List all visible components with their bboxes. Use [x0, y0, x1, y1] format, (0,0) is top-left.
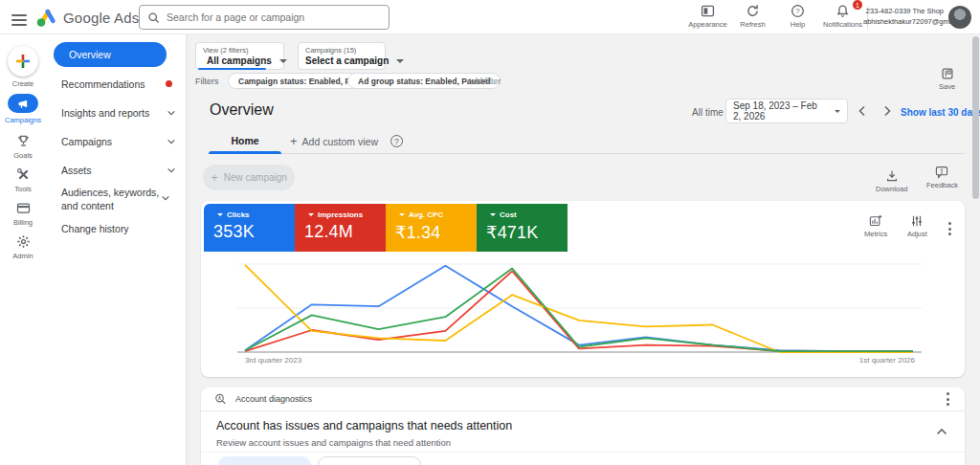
recommendations-alert-dot [166, 80, 172, 87]
sidebar-item-campaigns[interactable]: Campaigns [0, 94, 46, 124]
x-axis-label-end: 1st quarter 2026 [859, 356, 915, 365]
search-input[interactable] [167, 11, 368, 23]
notification-badge: 1 [852, 0, 863, 11]
subnav-item-recommendations[interactable]: Recommendations [61, 78, 174, 91]
subnav-item-change-history[interactable]: Change history [61, 222, 174, 235]
subnav-item-overview[interactable]: Overview [54, 42, 167, 67]
search-icon [147, 11, 160, 24]
next-period-chevron-icon[interactable] [882, 105, 892, 117]
topbar-actions: Appearance Refresh ? Help 1 Notification… [685, 4, 865, 29]
scorecard-cost-value: ₹471K [486, 222, 568, 243]
scorecards: Clicks 353K Impressions 12.4M Avg. CPC ₹… [204, 204, 568, 252]
google-ads-logo-icon [36, 6, 59, 29]
chevron-down-icon [167, 166, 176, 175]
date-range-picker[interactable]: Sep 18, 2023 – Feb 2, 2026 [725, 99, 848, 123]
active-tab-underline [209, 151, 281, 154]
help-icon: ? [791, 4, 805, 18]
diagnostics-header: Account diagnostics [201, 388, 965, 411]
filters-label: Filters [195, 77, 219, 86]
account-diagnostics-card: Account diagnostics Account has issues a… [201, 388, 965, 465]
tab-home[interactable]: Home [209, 135, 281, 146]
tab-add-custom-view[interactable]: + Add custom view ? [290, 135, 403, 147]
diagnostics-filter-chip-active[interactable] [218, 456, 311, 465]
help-button[interactable]: ? Help [775, 4, 820, 29]
overview-chart[interactable] [237, 256, 926, 356]
chevron-down-icon [167, 108, 176, 118]
app-title: Google Ads [63, 10, 140, 26]
feedback-button[interactable]: Feedback [926, 166, 958, 189]
scorecard-avg-cpc[interactable]: Avg. CPC ₹1.34 [386, 204, 477, 252]
add-filter-button[interactable]: Add filter [467, 77, 501, 86]
sidebar-item-admin[interactable]: Admin [0, 234, 46, 260]
account-info[interactable]: 233-482-0339 The Shop abhishekthakur7209… [863, 7, 944, 28]
active-view-underline [198, 68, 266, 70]
account-email: abhishekthakur72097@gmail... [863, 17, 944, 28]
overview-summary-card: Clicks 353K Impressions 12.4M Avg. CPC ₹… [201, 201, 965, 377]
refresh-icon [746, 4, 760, 18]
sidebar-item-tools[interactable]: Tools [0, 167, 46, 193]
menu-icon[interactable] [11, 11, 27, 29]
scorecard-clicks[interactable]: Clicks 353K [204, 204, 295, 252]
dropdown-caret-icon [835, 110, 840, 113]
card-overflow-menu[interactable] [947, 220, 953, 237]
diagnostics-magnifier-icon [214, 393, 227, 406]
date-range-label: All time [692, 107, 724, 118]
tools-icon [16, 167, 31, 182]
notifications-bell-icon [835, 4, 850, 18]
show-last-30-days-link[interactable]: Show last 30 days [901, 107, 980, 118]
metrics-chart-icon [869, 214, 882, 228]
subnav-item-campaigns[interactable]: Campaigns [61, 135, 174, 148]
metric-caret-icon [490, 213, 496, 216]
sidebar-item-goals[interactable]: Goals [0, 134, 46, 160]
gear-icon [16, 234, 31, 249]
diagnostics-divider [201, 452, 965, 453]
adjust-sliders-icon [910, 214, 924, 228]
metric-caret-icon [217, 213, 223, 216]
x-axis-label-start: 3rd quarter 2023 [245, 356, 301, 365]
scorecard-avg-cpc-value: ₹1.34 [395, 222, 477, 243]
save-view-button[interactable]: Save [939, 67, 955, 91]
notifications-button[interactable]: 1 Notifications [820, 4, 865, 29]
metrics-button[interactable]: Metrics [864, 214, 887, 238]
top-app-bar: Google Ads Appearance Refresh ? [0, 0, 980, 34]
dropdown-caret-icon [279, 59, 287, 63]
chevron-down-icon [161, 193, 170, 203]
create-plus-icon [15, 54, 31, 69]
diagnostics-filter-chip[interactable] [318, 456, 421, 465]
scorecard-impressions[interactable]: Impressions 12.4M [295, 204, 386, 252]
save-icon [941, 67, 954, 80]
previous-period-chevron-icon[interactable] [858, 105, 867, 117]
collapse-chevron-up-icon[interactable] [936, 428, 947, 435]
download-button[interactable]: Download [876, 169, 907, 193]
svg-text:?: ? [795, 7, 800, 15]
campaign-selector[interactable]: Campaigns (15) Select a campaign [298, 42, 386, 70]
appearance-icon [701, 4, 715, 18]
scorecard-cost[interactable]: Cost ₹471K [477, 204, 568, 252]
sidebar-item-billing[interactable]: Billing [0, 201, 46, 227]
avatar[interactable] [948, 6, 971, 29]
secondary-nav: Overview Recommendations Insights and re… [46, 34, 187, 465]
appearance-button[interactable]: Appearance [685, 4, 730, 29]
trophy-icon [16, 134, 31, 148]
help-icon[interactable]: ? [390, 135, 403, 147]
subnav-item-assets[interactable]: Assets [61, 164, 174, 177]
billing-card-icon [16, 201, 31, 215]
metric-caret-icon [308, 213, 314, 216]
adjust-button[interactable]: Adjust [907, 214, 927, 238]
global-search[interactable] [139, 5, 390, 30]
page-title: Overview [210, 101, 274, 119]
left-icon-rail: Create Campaigns Goals Tools B [0, 34, 46, 465]
subnav-item-insights-and-reports[interactable]: Insights and reports [61, 106, 174, 120]
download-icon [885, 169, 899, 183]
view-selector[interactable]: View (2 filters) All campaigns [195, 42, 284, 70]
sidebar-item-create[interactable]: Create [0, 46, 46, 88]
diagnostics-title: Account has issues and campaigns that ne… [216, 419, 512, 432]
metric-caret-icon [399, 213, 405, 216]
megaphone-icon [17, 98, 30, 110]
vertical-scrollbar[interactable] [972, 36, 979, 199]
diagnostics-overflow-menu[interactable] [945, 390, 951, 408]
plus-icon: + [211, 171, 218, 184]
refresh-button[interactable]: Refresh [730, 4, 775, 29]
subnav-item-audiences-keywords-content[interactable]: Audiences, keywords, and content [61, 186, 168, 212]
new-campaign-button[interactable]: + New campaign [203, 165, 295, 190]
